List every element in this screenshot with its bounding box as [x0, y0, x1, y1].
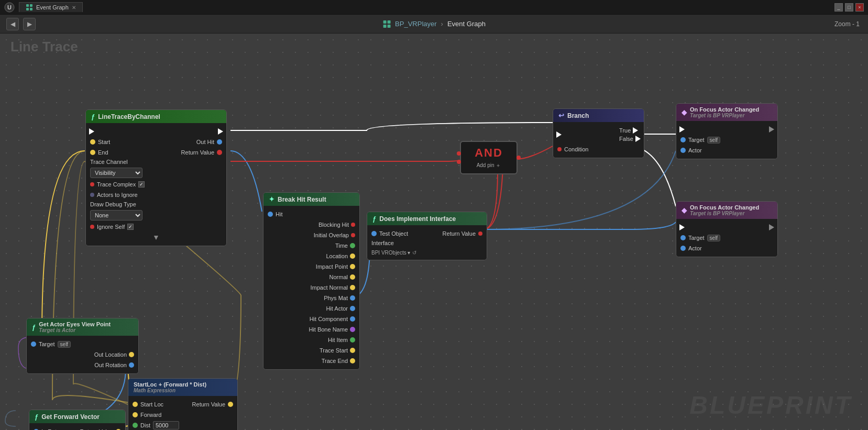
math-forward-pin[interactable] — [133, 412, 138, 417]
time-pin[interactable] — [350, 243, 355, 248]
collapse-row[interactable]: ▼ — [86, 232, 226, 242]
end-pin[interactable] — [90, 150, 95, 155]
and-out-pin[interactable] — [517, 156, 521, 160]
trace-start-row: Trace Start — [263, 345, 359, 356]
zoom-label: Zoom - 1 — [834, 20, 860, 28]
location-pin[interactable] — [350, 253, 355, 259]
get-forward-vector-title: Get Forward Vector — [41, 413, 100, 421]
trace-complex-pin[interactable] — [90, 182, 94, 186]
title-bar: U Event Graph ✕ _ □ × — [0, 0, 868, 15]
hit-item-pin[interactable] — [350, 337, 355, 343]
get-actor-eyes-view-point-node[interactable]: ƒ Get Actor Eyes View Point Target is Ac… — [26, 318, 139, 374]
does-implement-return-pin[interactable] — [478, 231, 482, 236]
impact-normal-row: Impact Normal — [263, 282, 359, 293]
on-focus-2-target-pin[interactable] — [680, 235, 686, 240]
trace-start-pin[interactable] — [350, 348, 355, 353]
out-location-pin[interactable] — [129, 352, 134, 357]
start-pin[interactable] — [90, 139, 95, 145]
out-hit-pin[interactable] — [217, 139, 222, 145]
ignore-self-checkbox[interactable] — [127, 224, 134, 230]
math-dist-input[interactable] — [153, 421, 179, 429]
math-start-loc-pin[interactable] — [133, 402, 138, 407]
out-rotation-pin[interactable] — [129, 362, 134, 368]
toolbar: ◀ ▶ BP_VRPlayer › Event Graph Zoom - 1 — [0, 15, 868, 34]
on-focus-1-target-tag: self — [707, 137, 721, 144]
svg-rect-2 — [26, 4, 29, 7]
get-actor-eyes-subtitle: Target is Actor — [39, 327, 111, 333]
impact-point-pin[interactable] — [350, 264, 355, 269]
time-row: Time — [263, 240, 359, 251]
back-button[interactable]: ◀ — [6, 18, 19, 30]
branch-node[interactable]: ↩ Branch True False — [553, 108, 644, 158]
trace-channel-dropdown[interactable]: Visibility — [90, 168, 142, 178]
return-value-pin[interactable] — [217, 150, 222, 155]
eyes-target-pin[interactable] — [31, 341, 36, 347]
location-row: Location — [263, 251, 359, 261]
on-focus-1-target-pin[interactable] — [680, 137, 686, 142]
draw-debug-dropdown[interactable]: None — [90, 210, 142, 220]
hit-row: Hit — [263, 209, 359, 219]
actors-ignore-pin[interactable] — [90, 193, 94, 197]
on-focus-actor-changed-1-node[interactable]: ◆ On Focus Actor Changed Target is BP VR… — [676, 103, 778, 159]
ignore-self-row: Ignore Self — [86, 222, 226, 232]
on-focus-2-target-row: Target self — [676, 233, 777, 243]
get-actor-eyes-body: Target self Out Location Out Rotation — [27, 336, 138, 373]
maximize-button[interactable]: □ — [845, 3, 853, 12]
initial-overlap-pin[interactable] — [351, 233, 355, 237]
and-pin-2[interactable] — [457, 160, 461, 164]
normal-row: Normal — [263, 272, 359, 282]
blueprint-watermark: BLUEPRINT — [689, 391, 852, 420]
blocking-hit-pin[interactable] — [351, 223, 355, 227]
out-rotation-row: Out Rotation — [27, 360, 138, 370]
on-focus-2-title: On Focus Actor Changed — [690, 204, 759, 211]
branch-title: Branch — [567, 112, 589, 119]
trace-complex-checkbox[interactable] — [138, 181, 145, 188]
line-trace-node[interactable]: ƒ LineTraceByChannel Start Out Hit — [85, 109, 227, 246]
does-implement-body: Test Object Return Value Interface BPI V… — [367, 225, 487, 260]
condition-row: Condition — [553, 144, 644, 155]
minimize-button[interactable]: _ — [834, 3, 843, 12]
forward-button[interactable]: ▶ — [23, 18, 36, 30]
math-expression-node[interactable]: StartLoc + (Forward * Dist) Math Express… — [128, 378, 238, 430]
and-node[interactable]: AND Add pin ＋ — [460, 141, 518, 174]
on-focus-2-actor-row: Actor — [676, 243, 777, 253]
line-trace-start-row: Start Out Hit — [86, 137, 226, 147]
on-focus-2-body: Target self Actor — [676, 219, 777, 257]
and-pin-1[interactable] — [457, 151, 461, 156]
on-focus-2-actor-pin[interactable] — [680, 246, 686, 251]
ignore-self-pin[interactable] — [90, 225, 94, 229]
math-return-pin[interactable] — [228, 402, 233, 407]
hit-component-pin[interactable] — [350, 316, 355, 322]
get-forward-vector-node[interactable]: ƒ Get Forward Vector In Rot Return Value — [29, 410, 126, 430]
add-pin-btn[interactable]: Add pin ＋ — [465, 162, 512, 169]
on-focus-1-actor-pin[interactable] — [680, 148, 686, 153]
svg-rect-8 — [383, 25, 386, 28]
on-focus-2-target-tag: self — [707, 235, 721, 241]
math-dist-pin[interactable] — [133, 423, 138, 428]
trace-end-pin[interactable] — [350, 358, 355, 363]
condition-pin[interactable] — [557, 147, 562, 151]
on-focus-1-target-row: Target self — [676, 135, 777, 145]
get-actor-eyes-title: Get Actor Eyes View Point — [39, 321, 111, 327]
test-object-pin[interactable] — [371, 231, 377, 236]
does-implement-interface-node[interactable]: ƒ Does Implement Interface Test Object R… — [367, 212, 487, 260]
phys-mat-pin[interactable] — [350, 295, 355, 301]
branch-body: True False Condition — [553, 122, 644, 158]
hit-actor-pin[interactable] — [350, 306, 355, 311]
eyes-target-row: Target self — [27, 339, 138, 349]
hit-bone-pin[interactable] — [350, 327, 355, 332]
get-forward-body: In Rot Return Value — [29, 423, 125, 430]
break-hit-result-node[interactable]: ✦ Break Hit Result Hit Blocking Hit Init… — [263, 192, 360, 370]
math-dist-row: Dist — [128, 420, 237, 430]
on-focus-actor-changed-2-node[interactable]: ◆ On Focus Actor Changed Target is BP VR… — [676, 201, 778, 257]
graph-area[interactable]: Line Trace — [0, 34, 868, 430]
impact-normal-pin[interactable] — [350, 285, 355, 290]
tab-event-graph[interactable]: Event Graph ✕ — [19, 2, 83, 12]
normal-pin[interactable] — [350, 274, 355, 280]
svg-rect-6 — [383, 20, 386, 24]
close-button[interactable]: × — [855, 3, 864, 12]
hit-pin-in[interactable] — [268, 212, 273, 217]
line-trace-body: Start Out Hit End Return Value — [86, 123, 226, 246]
branch-exec-row: True False — [553, 125, 644, 144]
and-label: AND — [465, 146, 512, 160]
